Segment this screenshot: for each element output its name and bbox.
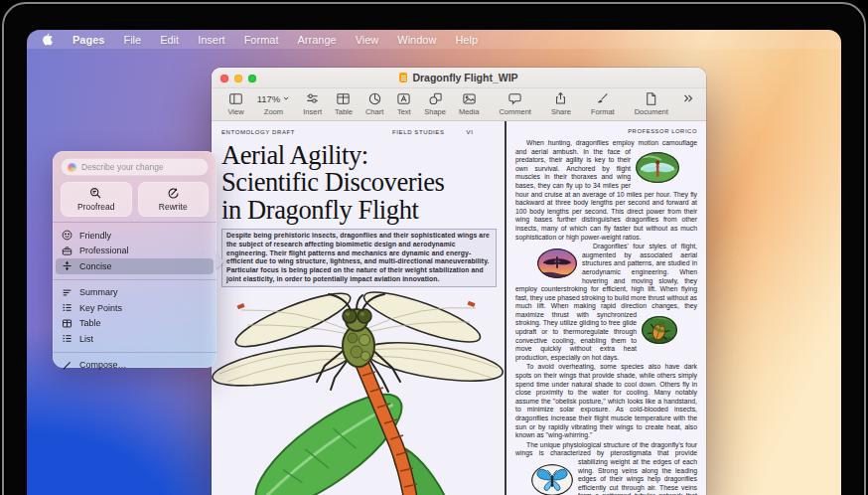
divider — [53, 279, 217, 280]
proofread-magnifier-icon — [89, 187, 102, 200]
option-friendly[interactable]: Friendly — [53, 228, 217, 244]
menu-item-pages[interactable]: Pages — [72, 34, 104, 46]
inline-image-dragonfly-leaf[interactable] — [636, 152, 679, 183]
chevron-double-right-icon — [681, 91, 695, 105]
bullet-list-icon — [62, 302, 72, 313]
comment-button[interactable]: Comment — [493, 91, 538, 116]
option-key-points[interactable]: Key Points — [53, 300, 217, 316]
menu-bar: Pages File Edit Insert Format Arrange Vi… — [27, 30, 841, 49]
document-canvas: ENTOMOLOGY DRAFT FIELD STUDIES VI Aerial… — [212, 121, 706, 495]
document-button[interactable]: Document — [628, 91, 674, 116]
option-professional[interactable]: Professional — [53, 244, 217, 259]
apple-logo-icon — [41, 33, 54, 47]
share-button[interactable]: Share — [544, 91, 577, 116]
option-compose[interactable]: Compose… — [53, 358, 217, 374]
view-button[interactable]: View — [221, 91, 250, 116]
media-button[interactable]: Media — [452, 91, 485, 116]
article-title[interactable]: Aerial Agility: Scientific Discoveries i… — [221, 142, 497, 224]
paintbrush-icon — [595, 91, 610, 106]
chevron-down-icon — [282, 94, 290, 102]
table-icon — [336, 91, 351, 106]
apple-menu[interactable] — [41, 33, 54, 47]
option-concise-selected[interactable]: Concise — [56, 258, 214, 274]
popup-arrow — [216, 253, 224, 269]
shape-button[interactable]: Shape — [418, 91, 453, 116]
inline-image-blue-butterfly[interactable] — [531, 464, 573, 495]
zoom-control[interactable]: 117% Zoom — [250, 91, 297, 116]
describe-change-input[interactable] — [81, 162, 202, 172]
menu-item-format[interactable]: Format — [244, 34, 279, 46]
table-button[interactable]: Table — [328, 91, 359, 116]
menu-item-edit[interactable]: Edit — [160, 34, 179, 46]
share-icon — [553, 91, 568, 106]
divider — [53, 352, 217, 353]
writing-tools-popup: Proofread Rewrite Friendly Professional … — [53, 151, 217, 368]
option-summary[interactable]: Summary — [53, 285, 217, 301]
menu-item-file[interactable]: File — [123, 34, 141, 46]
window-toolbar: View 117% Zoom Insert Table — [212, 88, 706, 121]
apple-intelligence-icon — [68, 163, 76, 172]
insert-icon — [305, 91, 320, 106]
describe-change-field[interactable] — [61, 158, 209, 176]
text-button[interactable]: Text — [390, 91, 418, 116]
option-table[interactable]: Table — [53, 316, 217, 332]
media-image-icon — [462, 91, 477, 106]
body-paragraph-2[interactable]: Dragonflies' four styles of flight, augm… — [515, 243, 697, 362]
body-paragraph-3[interactable]: To avoid overheating, some species also … — [515, 363, 697, 439]
sidebar-icon — [228, 91, 243, 106]
fullscreen-button[interactable] — [248, 75, 256, 82]
rewrite-circle-pencil-icon — [167, 187, 180, 200]
kicker-row: ENTOMOLOGY DRAFT FIELD STUDIES VI — [221, 129, 497, 135]
menu-item-view[interactable]: View — [356, 34, 379, 46]
desktop-wallpaper: Pages File Edit Insert Format Arrange Vi… — [27, 30, 841, 495]
dragonfly-illustration[interactable] — [212, 290, 505, 495]
selected-intro-paragraph[interactable]: Despite being prehistoric insects, drago… — [221, 229, 497, 287]
summary-lines-icon — [62, 287, 72, 298]
rewrite-button[interactable]: Rewrite — [138, 182, 210, 217]
format-button[interactable]: Format — [584, 91, 621, 116]
dash-list-icon — [62, 333, 72, 344]
body-paragraph-1[interactable]: When hunting, dragonflies employ motion … — [515, 139, 697, 242]
concise-compress-icon — [62, 260, 72, 271]
shapes-icon — [428, 91, 443, 106]
macbook-display: Pages File Edit Insert Format Arrange Vi… — [0, 0, 868, 495]
divider — [53, 222, 217, 223]
inline-image-beetle[interactable] — [642, 316, 677, 344]
briefcase-icon — [62, 246, 72, 256]
close-button[interactable] — [220, 75, 228, 82]
comment-bubble-icon — [507, 91, 522, 106]
smiley-icon — [62, 230, 72, 241]
table-grid-icon — [62, 318, 72, 329]
menu-item-insert[interactable]: Insert — [198, 34, 225, 46]
compose-pencil-icon — [62, 360, 72, 371]
toolbar-overflow-button[interactable] — [674, 91, 701, 115]
inline-image-sunset-dragonfly[interactable] — [537, 248, 577, 278]
document-file-icon — [399, 73, 407, 82]
chart-button[interactable]: Chart — [359, 91, 389, 116]
body-paragraph-4[interactable]: The unique physiological structure of th… — [515, 441, 697, 495]
option-list[interactable]: List — [53, 331, 217, 347]
text-box-icon — [396, 91, 411, 106]
menu-item-window[interactable]: Window — [397, 34, 436, 46]
pages-window: Dragonfly Flight_WIP View 117% Zoom — [212, 68, 706, 495]
zoom-value: 117% — [257, 93, 281, 104]
document-icon — [644, 91, 658, 106]
window-title-bar[interactable]: Dragonfly Flight_WIP — [212, 68, 706, 88]
menu-item-help[interactable]: Help — [455, 34, 478, 46]
page-header-byline: PROFESSOR LORICO — [515, 128, 697, 134]
document-page-left[interactable]: ENTOMOLOGY DRAFT FIELD STUDIES VI Aerial… — [212, 121, 505, 495]
kicker-center: FIELD STUDIES — [392, 129, 444, 135]
minimize-button[interactable] — [234, 75, 242, 82]
menu-item-arrange[interactable]: Arrange — [297, 34, 336, 46]
kicker-right: VI — [467, 129, 474, 135]
document-page-right[interactable]: PROFESSOR LORICO When hunting, dragonfli… — [506, 121, 706, 495]
window-title: Dragonfly Flight_WIP — [412, 72, 517, 83]
proofread-button[interactable]: Proofread — [61, 182, 132, 217]
kicker-left: ENTOMOLOGY DRAFT — [221, 129, 295, 135]
pie-chart-icon — [367, 91, 382, 106]
insert-button[interactable]: Insert — [297, 91, 329, 116]
